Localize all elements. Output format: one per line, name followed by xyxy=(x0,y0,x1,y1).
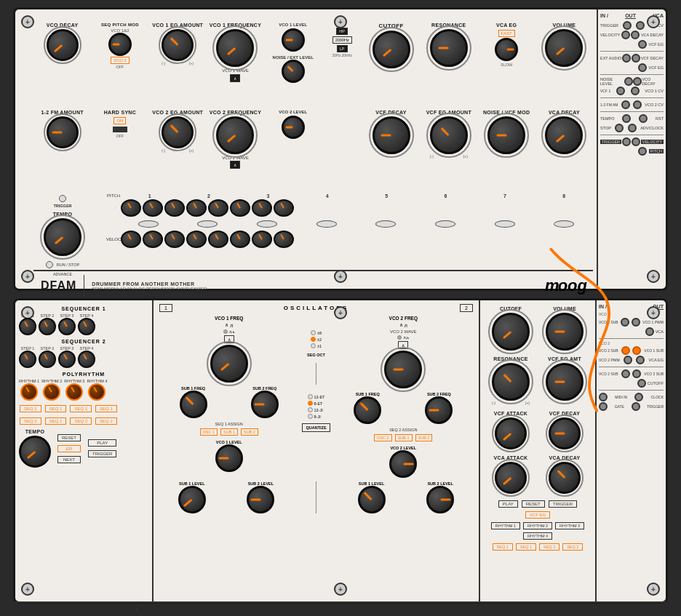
sub2-btn1[interactable]: SUB 2 xyxy=(241,428,258,436)
jack-trigger[interactable] xyxy=(623,21,632,30)
sub-seq2-row-btn[interactable]: SEQ 2 xyxy=(539,543,559,551)
seq-step1-pitch[interactable] xyxy=(121,199,141,217)
seq1-btn3[interactable]: SEQ 1 xyxy=(70,405,92,412)
sub-jack-vco1-sub2[interactable] xyxy=(621,346,630,355)
jack-vcf-eg2[interactable] xyxy=(638,63,647,72)
sub-jack-vca[interactable] xyxy=(645,327,654,336)
jack-rst[interactable] xyxy=(639,114,648,123)
seq1-btn1[interactable]: SEQ 1 xyxy=(20,405,41,412)
sub-jack-clock[interactable] xyxy=(634,393,643,401)
sub-jack-cutoff[interactable] xyxy=(637,379,646,388)
seq1-btn2[interactable]: SEQ 1 xyxy=(45,405,67,412)
sub-rhythm4-btn[interactable]: RHYTHM 4 xyxy=(523,532,552,540)
seq-step4-vel[interactable] xyxy=(186,231,207,248)
sub-rhythm3-btn[interactable]: RHYTHM 3 xyxy=(555,522,584,529)
sub-jack-vco2-sub2[interactable] xyxy=(632,369,641,378)
seq2-step2-knob[interactable] xyxy=(39,351,56,368)
sub-jack-vco1-pwm[interactable] xyxy=(632,318,640,327)
sub1-btn2[interactable]: SUB 1 xyxy=(395,434,413,441)
vco1-level-sub-knob[interactable] xyxy=(215,444,243,472)
sub-tempo-knob[interactable] xyxy=(19,436,51,468)
sub-jack-vco1-sub3[interactable] xyxy=(632,346,641,355)
jack-vco2-cv[interactable] xyxy=(633,100,642,109)
sub-jack-vco2-sub1[interactable] xyxy=(621,369,630,378)
sub-jack-gate[interactable] xyxy=(599,402,608,411)
osc1-btn[interactable]: OSC 1 xyxy=(200,428,218,436)
seq-step4-pitch[interactable] xyxy=(186,199,207,217)
vco1-level-knob[interactable] xyxy=(282,28,305,52)
jack-vco-decay[interactable] xyxy=(633,77,642,86)
seq2-btn1[interactable]: SEQ 2 xyxy=(20,417,41,425)
sub2-level-knob[interactable] xyxy=(247,486,274,513)
seq-step1-vel[interactable] xyxy=(121,231,141,248)
seq-step7-pitch[interactable] xyxy=(252,199,272,217)
seq1-step1-knob[interactable] xyxy=(19,318,36,335)
sub4-freq-knob[interactable] xyxy=(425,396,453,424)
jack-ext-audio[interactable] xyxy=(622,54,631,63)
seq1-step2-knob[interactable] xyxy=(39,318,56,335)
sub1-freq-knob[interactable] xyxy=(180,391,207,418)
seq2-btn3[interactable]: SEQ 2 xyxy=(70,417,92,425)
seq2-step4-knob[interactable] xyxy=(78,351,95,368)
sub-play-btn[interactable]: PLAY xyxy=(498,500,518,508)
sub-seq2-row2-btn[interactable]: SEQ 2 xyxy=(562,543,583,551)
sub-rhythm2-btn[interactable]: RHYTHM 2 xyxy=(523,522,552,529)
sub-vcf-eg-btn[interactable]: VCF EG xyxy=(525,511,550,519)
wave2-btn[interactable]: ∧ xyxy=(230,161,240,169)
seq-step5-vel[interactable] xyxy=(208,231,228,248)
rhythm3-knob[interactable] xyxy=(65,383,83,401)
seq-step6-pitch[interactable] xyxy=(230,199,250,217)
seq-step2-vel[interactable] xyxy=(143,231,163,248)
filter-lp-btn[interactable]: LP xyxy=(337,45,348,52)
seq1-step4-knob[interactable] xyxy=(78,318,95,335)
seq-step7-vel[interactable] xyxy=(252,231,272,248)
jack-velocity2[interactable] xyxy=(632,137,640,146)
sub-jack-vco2-pwm[interactable] xyxy=(624,356,632,364)
er-btn[interactable]: ER xyxy=(57,445,81,452)
hard-sync-switch[interactable] xyxy=(113,127,127,132)
sub1-btn1[interactable]: SUB 1 xyxy=(220,428,238,436)
reset-btn[interactable]: RESET xyxy=(57,434,81,441)
jack-adv-clock[interactable] xyxy=(628,124,637,132)
next-btn[interactable]: NEXT xyxy=(57,456,81,463)
seq1-btn4[interactable]: SEQ 1 xyxy=(95,405,117,412)
rhythm4-knob[interactable] xyxy=(88,383,105,401)
jack-pitch[interactable] xyxy=(638,147,647,156)
jack-trigger2[interactable] xyxy=(622,137,631,146)
jack-vcf1[interactable] xyxy=(616,87,625,95)
seq-step3-vel[interactable] xyxy=(164,231,185,248)
sub-reset-btn[interactable]: RESET xyxy=(522,500,545,508)
vco2-level-knob[interactable] xyxy=(282,116,305,139)
jack-vca-cv[interactable] xyxy=(636,21,645,30)
seq2-btn4[interactable]: SEQ 2 xyxy=(95,417,117,425)
jack-vca-decay[interactable] xyxy=(631,31,640,39)
sub-jack-vco1-sub[interactable] xyxy=(621,318,629,327)
seq-step8-pitch[interactable] xyxy=(274,199,294,217)
sub-jack-vca-eg2[interactable] xyxy=(636,356,645,364)
sub2-freq-knob[interactable] xyxy=(251,391,279,418)
jack-noise-level[interactable] xyxy=(624,77,633,86)
vco2-level-sub-knob[interactable] xyxy=(389,450,417,478)
jack-vcf-eg1[interactable] xyxy=(638,40,647,49)
seq2-step3-knob[interactable] xyxy=(58,351,76,368)
seq-step6-vel[interactable] xyxy=(230,231,250,248)
sub-rhythm1-btn[interactable]: RHYTHM 1 xyxy=(491,522,520,529)
sub4-level-knob[interactable] xyxy=(426,486,454,513)
sub-seq1-row-btn[interactable]: SEQ 1 xyxy=(493,543,513,551)
jack-vcf-decay[interactable] xyxy=(632,54,640,63)
play-btn[interactable]: PLAY xyxy=(88,439,116,447)
seq-step3-pitch[interactable] xyxy=(164,199,185,217)
sub-jack-midi-in[interactable] xyxy=(599,393,608,401)
seq-step2-pitch[interactable] xyxy=(143,199,163,217)
jack-tempo[interactable] xyxy=(622,114,631,123)
osc2-btn[interactable]: OSC 2 xyxy=(374,434,392,441)
vca-eg-knob[interactable] xyxy=(495,38,518,61)
seq2-btn2[interactable]: SEQ 2 xyxy=(45,417,67,425)
sub3-level-knob[interactable] xyxy=(358,486,386,513)
jack-velocity1[interactable] xyxy=(621,31,630,39)
filter-hp-btn[interactable]: HP xyxy=(336,28,348,35)
seq-step5-pitch[interactable] xyxy=(208,199,228,217)
jack-vco1-cv[interactable] xyxy=(631,87,640,95)
seq1-step3-knob[interactable] xyxy=(58,318,76,335)
sub-trigger-btn[interactable]: TRIGGER xyxy=(549,500,577,508)
